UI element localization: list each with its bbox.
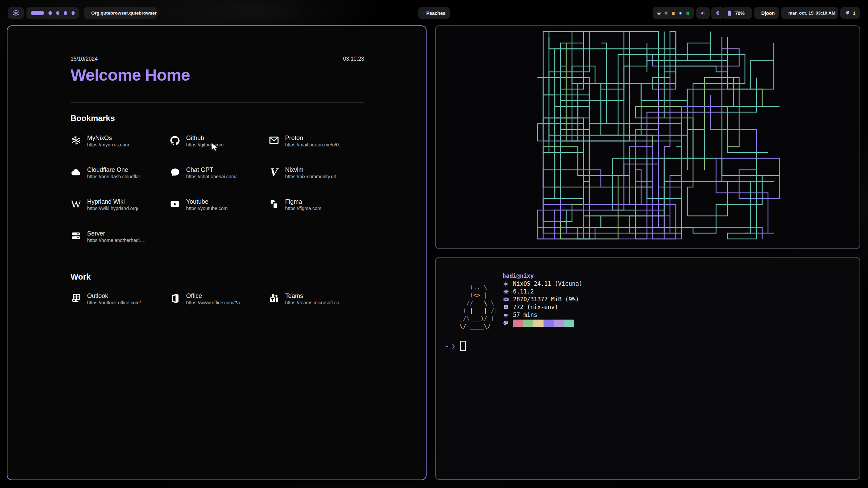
bookmark-url: https://wiki.hyprland.org/ xyxy=(87,206,138,211)
startpage: 15/10/2024 03:10:23 Welcome Home Bookmar… xyxy=(71,26,364,480)
bookmark-name: MyNixOs xyxy=(87,135,112,141)
terminal-color-palette xyxy=(513,320,574,327)
bookmark-teams[interactable]: Teams https://teams.microsoft.co… xyxy=(269,292,368,324)
svg-text:K: K xyxy=(666,12,667,14)
kernel-row: 6.11.2 xyxy=(502,288,583,296)
pipes-screensaver xyxy=(436,26,860,248)
mouse-cursor xyxy=(211,142,220,152)
palette-icon xyxy=(502,320,509,326)
bookmark-nixvim[interactable]: V Nixvim https://nix-community.git… xyxy=(269,166,368,198)
spotify-icon xyxy=(422,10,423,16)
memory-row: 2870/31377 MiB (9%) xyxy=(502,296,583,303)
notifications-widget[interactable]: 1 xyxy=(840,7,860,19)
bookmark-url: https://teams.microsoft.co… xyxy=(285,300,344,305)
clock-widget[interactable]: mar. oct. 1503:10 AM xyxy=(781,7,838,19)
media-widget[interactable]: Peaches xyxy=(418,7,450,19)
keepass-icon[interactable]: K xyxy=(664,10,668,16)
workspace-active-pill[interactable] xyxy=(31,11,44,15)
bookmark-url: https://mynixos.com xyxy=(87,142,129,147)
time-label: 03:10:23 xyxy=(343,56,364,62)
system-tray: K xyxy=(653,7,694,19)
bookmark-name: Proton xyxy=(285,135,303,141)
divider xyxy=(71,102,364,103)
page-title: Welcome Home xyxy=(71,65,190,84)
bookmark-url: https://www.office.com/?a… xyxy=(186,300,244,305)
bookmark-office[interactable]: Office https://www.office.com/?a… xyxy=(170,292,269,324)
bookmark-figma[interactable]: Figma https://figma.com xyxy=(269,198,368,230)
os-row: NixOS 24.11 (Vicuna) xyxy=(502,280,583,288)
bookmark-url: https://nix-community.git… xyxy=(285,174,341,179)
github-icon xyxy=(170,135,180,146)
cloud-icon xyxy=(71,167,81,178)
volume-icon xyxy=(699,10,706,17)
battery-widget[interactable]: 70% xyxy=(722,7,752,19)
uptime-row: 57 mins xyxy=(502,311,583,319)
bookmark-name: Office xyxy=(186,292,202,299)
network-ssid-label: Djoon xyxy=(761,11,775,16)
bookmark-name: Nixvim xyxy=(285,166,303,173)
username: hadi xyxy=(502,272,516,279)
bookmark-url: https://one.dash.cloudflar… xyxy=(87,174,145,179)
packages-icon xyxy=(502,304,509,310)
terminal-cursor xyxy=(460,341,466,351)
bookmark-name: Outlook xyxy=(87,292,108,299)
bookmark-hyprland-wiki[interactable]: W Hyprland Wiki https://wiki.hyprland.or… xyxy=(71,198,170,230)
bookmark-proton[interactable]: Proton https://mail.proton.me/u/0… xyxy=(269,135,368,166)
media-track-label: Peaches xyxy=(426,11,446,16)
bookmark-youtube[interactable]: Youtube https://youtube.com xyxy=(170,198,269,230)
vim-icon: V xyxy=(269,167,279,178)
shell-prompt[interactable]: ~ ❯ xyxy=(445,341,466,351)
bookmark-outlook[interactable]: Outlook https://outlook.office.com/… xyxy=(71,292,170,324)
ascii-art: ___ (.. \ (<> | // \ \ ( | | /|_/\ __)/_… xyxy=(459,276,498,330)
bookmark-name: Github xyxy=(186,135,204,141)
volume-button[interactable] xyxy=(696,7,710,19)
work-grid: Outlook https://outlook.office.com/… Off… xyxy=(71,292,368,324)
bluetooth-icon xyxy=(715,10,721,16)
kernel-icon xyxy=(502,289,509,294)
clock-date-label: mar. oct. 15 xyxy=(788,11,813,16)
network-widget[interactable]: Djoon xyxy=(754,7,779,19)
packages-row: 772 (nix-env) xyxy=(502,303,583,311)
workspace-dot[interactable] xyxy=(56,11,59,15)
hostname: nixy xyxy=(520,272,534,279)
active-window-title[interactable]: Org.qutebrowser.qutebrowser xyxy=(84,7,157,19)
palette-row xyxy=(502,319,583,327)
mail-icon xyxy=(269,135,279,146)
figma-icon xyxy=(269,199,279,209)
bookmark-server[interactable]: Server https://home.anotherhadi.… xyxy=(71,230,170,262)
bookmark-url: https://chat.openai.com/ xyxy=(186,174,237,179)
bookmarks-grid: MyNixOs https://mynixos.com Github https… xyxy=(71,135,368,262)
pipes-terminal-window[interactable] xyxy=(435,25,860,249)
nixos-icon xyxy=(502,281,509,287)
fastfetch-info: hadi@nixy NixOS 24.11 (Vicuna) 6.11.2 xyxy=(502,272,583,327)
nixos-icon xyxy=(71,135,81,146)
top-bar: Org.qutebrowser.qutebrowser Peaches K xyxy=(0,0,868,20)
chat-bubble-icon xyxy=(170,167,180,178)
bookmark-cloudflare-one[interactable]: Cloudflare One https://one.dash.cloudfla… xyxy=(71,166,170,198)
bookmarks-heading: Bookmarks xyxy=(71,114,115,123)
files-icon[interactable] xyxy=(671,10,675,16)
obs-icon[interactable] xyxy=(657,10,661,16)
qutebrowser-window: 15/10/2024 03:10:23 Welcome Home Bookmar… xyxy=(7,25,427,480)
outlook-icon xyxy=(71,293,81,304)
bookmark-name: Teams xyxy=(285,292,303,299)
youtube-icon xyxy=(170,199,180,209)
prompt-cwd: ~ xyxy=(445,343,448,349)
bookmark-name: Figma xyxy=(285,198,302,205)
bookmark-mynixos[interactable]: MyNixOs https://mynixos.com xyxy=(71,135,170,166)
bookmark-url: https://figma.com xyxy=(285,206,321,211)
server-icon xyxy=(71,230,81,241)
workspace-dot[interactable] xyxy=(48,11,52,15)
spotify-tray-icon[interactable] xyxy=(686,10,690,16)
nixos-launcher-button[interactable] xyxy=(8,7,24,19)
bookmark-chatgpt[interactable]: Chat GPT https://chat.openai.com/ xyxy=(170,166,269,198)
fetch-terminal-window[interactable]: ___ (.. \ (<> | // \ \ ( | | /|_/\ __)/_… xyxy=(435,257,860,480)
notification-count-label: 1 xyxy=(853,11,855,16)
bluetooth-tray-icon[interactable] xyxy=(678,10,682,16)
bookmark-name: Hyprland Wiki xyxy=(87,198,125,205)
workspace-dot[interactable] xyxy=(64,11,67,15)
bookmark-name: Server xyxy=(87,230,105,237)
user-host-line: hadi@nixy xyxy=(502,272,583,280)
nixos-logo-icon xyxy=(12,9,20,17)
workspace-dot[interactable] xyxy=(72,11,75,15)
